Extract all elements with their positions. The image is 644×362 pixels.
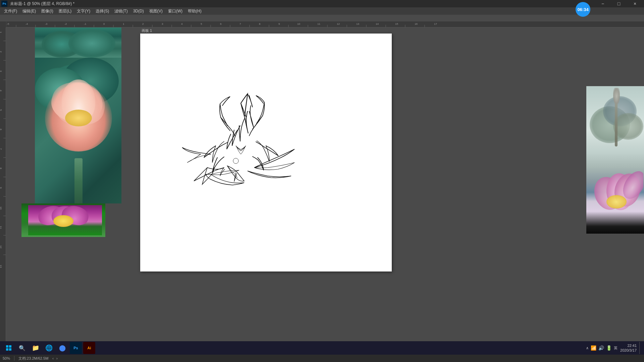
maximize-button[interactable]: □ (611, 0, 627, 7)
svg-text:9: 9 (0, 187, 2, 189)
status-bar-left: 50% 文档:23.2M/62.5M ‹ › (3, 356, 58, 361)
svg-text:1: 1 (0, 32, 2, 33)
ps-logo: Ps (1, 1, 7, 7)
status-bar: 50% 文档:23.2M/62.5M ‹ › (0, 355, 644, 362)
illustrator-taskbar-icon[interactable]: Ai (83, 342, 95, 354)
svg-text:-1: -1 (84, 22, 87, 25)
svg-rect-72 (6, 345, 8, 348)
menu-image[interactable]: 图像(I) (39, 7, 56, 15)
svg-text:8: 8 (259, 22, 261, 25)
menu-layer[interactable]: 图层(L) (56, 7, 74, 15)
svg-text:14: 14 (376, 22, 379, 25)
svg-text:11: 11 (317, 22, 320, 25)
svg-text:5: 5 (0, 109, 2, 111)
file-explorer-icon[interactable]: 📁 (30, 342, 42, 354)
svg-text:-5: -5 (7, 22, 9, 25)
svg-point-71 (233, 158, 238, 164)
left-panel (21, 27, 125, 229)
svg-text:17: 17 (434, 22, 437, 25)
menu-select[interactable]: 选择(S) (93, 7, 112, 15)
tray-chevron[interactable]: ∧ (586, 346, 589, 350)
menu-edit[interactable]: 编辑(E) (20, 7, 39, 15)
lotus-sketch (179, 87, 303, 194)
svg-text:16: 16 (415, 22, 418, 25)
ruler-corner (0, 21, 6, 27)
taskbar-right: ∧ 📶 🔊 🔋 英 22:41 2020/3/17 (586, 342, 641, 354)
svg-rect-75 (9, 348, 11, 351)
svg-text:8: 8 (0, 168, 2, 169)
timer-badge: 06:34 (576, 2, 590, 17)
start-button[interactable] (3, 342, 15, 354)
minimize-button[interactable]: − (595, 0, 610, 7)
svg-text:1: 1 (123, 22, 124, 25)
title-bar: Ps 未标题-1 @ 50% (图层 4, RGB/8#) * − □ × (0, 0, 644, 7)
svg-text:2: 2 (142, 22, 144, 25)
search-button[interactable]: 🔍 (16, 342, 28, 354)
title-bar-right: − □ × (595, 0, 643, 7)
photoshop-taskbar-icon[interactable]: Ps (70, 342, 82, 354)
ruler-top: // Rendered via inline approach below -5… (6, 21, 644, 27)
svg-rect-74 (6, 348, 8, 351)
clock-time: 22:41 (620, 343, 637, 348)
menu-3d[interactable]: 3D(D) (130, 7, 147, 15)
svg-text:-3: -3 (45, 22, 48, 25)
svg-text:4: 4 (0, 90, 2, 92)
ref-bottom-image (21, 203, 105, 237)
svg-text:12: 12 (0, 245, 2, 248)
battery-icon: 🔋 (606, 345, 612, 351)
zoom-level: 50% (3, 356, 10, 360)
show-desktop-button[interactable] (639, 342, 641, 354)
chrome-icon[interactable]: ⬤ (56, 342, 68, 354)
menu-window[interactable]: 窗口(W) (165, 7, 185, 15)
svg-text:2: 2 (0, 51, 2, 53)
status-separator (14, 356, 14, 361)
svg-text:11: 11 (0, 226, 2, 229)
title-bar-left: Ps 未标题-1 @ 50% (图层 4, RGB/8#) * (1, 1, 74, 7)
white-canvas[interactable] (140, 34, 392, 272)
title-text: 未标题-1 @ 50% (图层 4, RGB/8#) * (10, 1, 74, 7)
svg-text:7: 7 (0, 148, 2, 150)
svg-text:3: 3 (162, 22, 163, 25)
svg-text:4: 4 (181, 22, 183, 25)
doc-info: 文档:23.2M/62.5M (18, 356, 48, 361)
svg-text:10: 10 (0, 206, 2, 209)
system-tray: ∧ 📶 🔊 🔋 英 (586, 345, 618, 351)
menu-filter[interactable]: 滤镜(T) (112, 7, 130, 15)
svg-text:10: 10 (297, 22, 300, 25)
ref-top-image (35, 27, 121, 58)
menu-text[interactable]: 文字(Y) (74, 7, 93, 15)
close-button[interactable]: × (627, 0, 643, 7)
svg-text:9: 9 (278, 22, 280, 25)
canvas-label: 画板 1 (140, 27, 153, 34)
menu-help[interactable]: 帮助(H) (185, 7, 204, 15)
lang-indicator[interactable]: 英 (614, 346, 618, 351)
svg-text:0: 0 (103, 22, 105, 25)
svg-text:6: 6 (0, 129, 2, 130)
svg-text:3: 3 (0, 70, 2, 72)
edge-browser-icon[interactable]: 🌐 (43, 342, 55, 354)
nav-right[interactable]: › (56, 356, 58, 360)
clock-date: 2020/3/17 (620, 348, 637, 353)
svg-text:6: 6 (220, 22, 222, 25)
svg-text:-4: -4 (25, 22, 28, 25)
menu-bar: 文件(F) 编辑(E) 图像(I) 图层(L) 文字(Y) 选择(S) 滤镜(T… (0, 7, 644, 15)
menu-file[interactable]: 文件(F) (1, 7, 20, 15)
svg-text:7: 7 (239, 22, 241, 25)
menu-view[interactable]: 视图(V) (147, 7, 165, 15)
ruler-left: 1 2 3 4 5 6 7 8 9 10 11 12 13 (0, 21, 6, 355)
svg-text:12: 12 (337, 22, 340, 25)
svg-text:15: 15 (395, 22, 398, 25)
right-panel (586, 86, 644, 234)
nav-left[interactable]: ‹ (52, 356, 54, 360)
network-icon: 📶 (591, 345, 596, 351)
svg-text:13: 13 (356, 22, 359, 25)
taskbar-clock[interactable]: 22:41 2020/3/17 (620, 343, 637, 353)
svg-text:5: 5 (201, 22, 202, 25)
svg-text:-2: -2 (64, 22, 67, 25)
main-area: 画板 1 (6, 27, 644, 355)
svg-rect-73 (9, 345, 11, 348)
ref-main-image (35, 58, 121, 203)
taskbar: 🔍 📁 🌐 ⬤ Ps Ai ∧ 📶 🔊 🔋 英 22:41 2020/3/17 (0, 341, 644, 355)
svg-text:13: 13 (0, 265, 2, 268)
volume-icon[interactable]: 🔊 (598, 345, 604, 351)
